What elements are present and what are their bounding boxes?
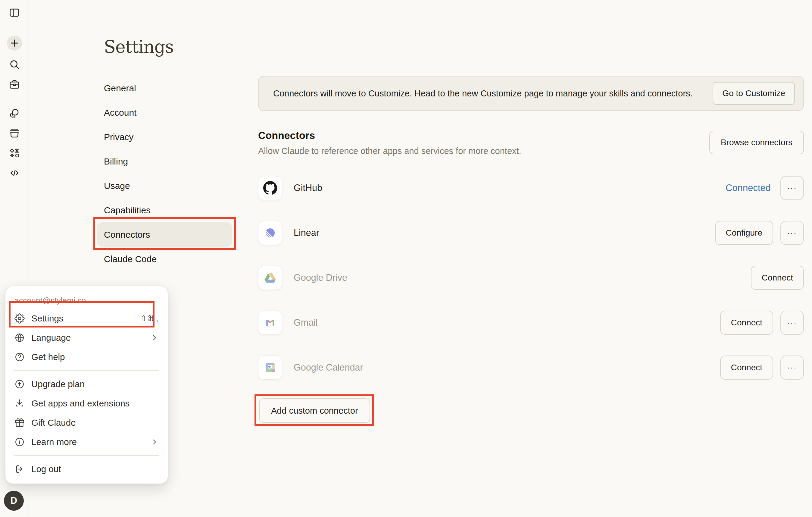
connector-row-google-calendar: 31 Google Calendar Connect ···: [258, 345, 804, 390]
globe-icon: [14, 333, 25, 343]
google-calendar-connect-button[interactable]: Connect: [720, 355, 773, 380]
menu-item-learn-more[interactable]: Learn more: [5, 432, 168, 452]
menu-item-settings[interactable]: Settings ⇧⌘,: [5, 309, 168, 328]
settings-nav: General Account Privacy Billing Usage Ca…: [97, 76, 232, 271]
banner-text: Connectors will move to Customize. Head …: [273, 89, 693, 98]
account-menu: account@stylemi.co Settings ⇧⌘, Language…: [5, 286, 168, 484]
gear-icon: [14, 313, 25, 323]
nav-item-general[interactable]: General: [97, 76, 232, 100]
shapes-icon[interactable]: [8, 147, 21, 159]
menu-item-label: Get help: [31, 352, 65, 362]
help-circle-icon: [14, 352, 25, 362]
menu-item-label: Upgrade plan: [31, 379, 85, 389]
svg-text:31: 31: [268, 365, 272, 369]
github-icon: [258, 176, 282, 200]
go-to-customize-button[interactable]: Go to Customize: [713, 82, 795, 105]
menu-item-label: Learn more: [31, 437, 77, 447]
gmail-connect-button[interactable]: Connect: [720, 311, 773, 335]
connectors-header: Connectors Allow Claude to reference oth…: [258, 130, 804, 156]
connector-name: Google Calendar: [294, 362, 363, 373]
info-icon: [14, 437, 25, 447]
linear-icon: [258, 221, 282, 245]
menu-item-label: Language: [31, 333, 71, 343]
connected-status: Connected: [726, 182, 771, 194]
nav-item-privacy[interactable]: Privacy: [97, 125, 232, 149]
linear-configure-button[interactable]: Configure: [715, 221, 773, 245]
nav-item-billing[interactable]: Billing: [97, 149, 232, 174]
menu-item-label: Get apps and extensions: [31, 398, 129, 408]
nav-item-connectors[interactable]: Connectors: [97, 222, 232, 247]
connector-row-github: GitHub Connected ···: [258, 165, 804, 210]
google-drive-connect-button[interactable]: Connect: [751, 266, 804, 290]
customize-banner: Connectors will move to Customize. Head …: [258, 76, 804, 111]
code-icon[interactable]: [8, 167, 21, 179]
settings-shortcut: ⇧⌘,: [140, 314, 159, 323]
user-avatar[interactable]: D: [4, 491, 24, 511]
sidebar-toggle-icon[interactable]: [8, 7, 21, 19]
connector-row-linear: Linear Configure ···: [258, 210, 804, 255]
connector-row-google-drive: Google Drive Connect: [258, 255, 804, 300]
menu-item-log-out[interactable]: Log out: [5, 459, 168, 479]
download-icon: [14, 398, 25, 408]
google-drive-icon: [258, 266, 282, 290]
page-title: Settings: [104, 37, 173, 57]
connector-list: GitHub Connected ··· Linear Configure ··…: [258, 165, 804, 390]
nav-item-capabilities[interactable]: Capabilities: [97, 198, 232, 222]
menu-item-get-help[interactable]: Get help: [5, 347, 168, 367]
menu-item-get-apps[interactable]: Get apps and extensions: [5, 394, 168, 413]
section-title: Connectors: [258, 130, 521, 141]
chats-icon[interactable]: [8, 107, 21, 119]
chevron-right-icon: [150, 438, 159, 446]
chevron-right-icon: [150, 334, 159, 342]
new-chat-icon: [8, 37, 21, 49]
logout-icon: [14, 464, 25, 474]
menu-divider: [14, 455, 159, 456]
menu-item-upgrade-plan[interactable]: Upgrade plan: [5, 374, 168, 394]
menu-item-label: Settings: [31, 313, 63, 323]
google-calendar-more-button[interactable]: ···: [780, 355, 804, 380]
account-email: account@stylemi.co: [5, 290, 168, 309]
menu-item-label: Gift Claude: [31, 418, 76, 428]
nav-item-account[interactable]: Account: [97, 100, 232, 125]
upgrade-icon: [14, 379, 25, 389]
section-subtitle: Allow Claude to reference other apps and…: [258, 146, 521, 156]
nav-item-usage[interactable]: Usage: [97, 174, 232, 198]
search-icon[interactable]: [8, 58, 21, 70]
connector-name: Linear: [294, 227, 319, 238]
gmail-icon: [258, 311, 282, 335]
archive-icon[interactable]: [8, 127, 21, 139]
browse-connectors-button[interactable]: Browse connectors: [709, 131, 804, 154]
gmail-more-button[interactable]: ···: [780, 311, 804, 335]
add-custom-connector-button[interactable]: Add custom connector: [259, 398, 370, 423]
menu-divider: [14, 370, 159, 371]
gift-icon: [14, 418, 25, 428]
connector-row-gmail: Gmail Connect ···: [258, 300, 804, 345]
connector-name: Google Drive: [294, 272, 347, 283]
connector-name: GitHub: [294, 182, 322, 193]
menu-item-gift-claude[interactable]: Gift Claude: [5, 413, 168, 432]
workbench-icon[interactable]: [8, 78, 21, 90]
linear-more-button[interactable]: ···: [780, 221, 804, 245]
github-more-button[interactable]: ···: [780, 176, 804, 200]
google-calendar-icon: 31: [258, 355, 282, 380]
nav-item-claude-code[interactable]: Claude Code: [97, 247, 232, 271]
menu-item-language[interactable]: Language: [5, 328, 168, 347]
menu-item-label: Log out: [31, 464, 61, 474]
connector-name: Gmail: [294, 317, 318, 328]
new-chat-button[interactable]: [7, 35, 22, 51]
